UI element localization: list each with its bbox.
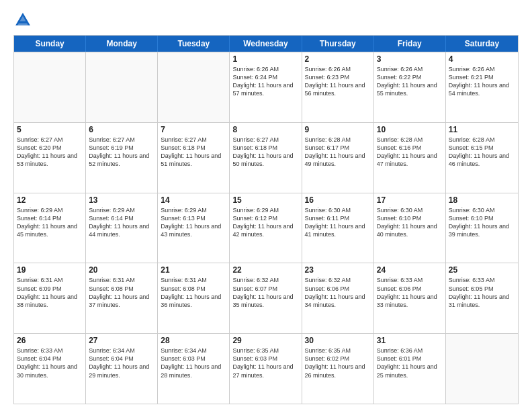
day-info: Sunrise: 6:28 AM Sunset: 6:16 PM Dayligh… [377, 136, 443, 169]
calendar-cell: 30Sunrise: 6:35 AM Sunset: 6:02 PM Dayli… [302, 334, 374, 404]
day-number: 27 [89, 336, 154, 345]
day-number: 20 [89, 265, 154, 275]
day-number: 23 [305, 265, 371, 275]
day-number: 9 [305, 125, 371, 134]
day-info: Sunrise: 6:34 AM Sunset: 6:03 PM Dayligh… [161, 347, 226, 379]
day-number: 16 [305, 195, 371, 205]
header [13, 11, 519, 30]
weekday-header-friday: Friday [374, 36, 446, 52]
day-info: Sunrise: 6:27 AM Sunset: 6:19 PM Dayligh… [89, 136, 154, 169]
calendar-cell: 23Sunrise: 6:32 AM Sunset: 6:06 PM Dayli… [302, 263, 374, 333]
page: SundayMondayTuesdayWednesdayThursdayFrid… [0, 0, 532, 411]
calendar-week-4: 19Sunrise: 6:31 AM Sunset: 6:09 PM Dayli… [14, 263, 518, 333]
day-number: 29 [232, 336, 298, 345]
day-info: Sunrise: 6:26 AM Sunset: 6:23 PM Dayligh… [305, 65, 371, 98]
day-info: Sunrise: 6:26 AM Sunset: 6:21 PM Dayligh… [449, 65, 515, 98]
weekday-header-saturday: Saturday [446, 36, 518, 52]
day-info: Sunrise: 6:29 AM Sunset: 6:12 PM Dayligh… [232, 206, 298, 239]
calendar-week-3: 12Sunrise: 6:29 AM Sunset: 6:14 PM Dayli… [14, 193, 518, 263]
day-info: Sunrise: 6:30 AM Sunset: 6:11 PM Dayligh… [305, 206, 371, 239]
calendar-cell: 8Sunrise: 6:27 AM Sunset: 6:18 PM Daylig… [230, 123, 302, 193]
calendar-week-2: 5Sunrise: 6:27 AM Sunset: 6:20 PM Daylig… [14, 122, 518, 193]
calendar-cell: 10Sunrise: 6:28 AM Sunset: 6:16 PM Dayli… [374, 123, 446, 193]
day-number: 21 [161, 265, 226, 275]
calendar-cell: 31Sunrise: 6:36 AM Sunset: 6:01 PM Dayli… [374, 334, 446, 404]
calendar-cell: 29Sunrise: 6:35 AM Sunset: 6:03 PM Dayli… [230, 334, 302, 404]
day-number: 1 [232, 54, 298, 64]
day-info: Sunrise: 6:31 AM Sunset: 6:08 PM Dayligh… [89, 276, 154, 309]
day-info: Sunrise: 6:30 AM Sunset: 6:10 PM Dayligh… [449, 206, 515, 239]
calendar-cell: 4Sunrise: 6:26 AM Sunset: 6:21 PM Daylig… [446, 52, 518, 122]
calendar-cell [86, 52, 158, 122]
day-info: Sunrise: 6:27 AM Sunset: 6:20 PM Dayligh… [17, 136, 83, 169]
calendar-cell: 28Sunrise: 6:34 AM Sunset: 6:03 PM Dayli… [158, 334, 230, 404]
day-number: 30 [305, 336, 371, 345]
day-number: 19 [17, 265, 83, 275]
day-number: 13 [89, 195, 154, 205]
day-number: 12 [17, 195, 83, 205]
weekday-header-tuesday: Tuesday [158, 36, 230, 52]
day-info: Sunrise: 6:32 AM Sunset: 6:06 PM Dayligh… [305, 276, 371, 309]
day-info: Sunrise: 6:27 AM Sunset: 6:18 PM Dayligh… [161, 136, 226, 169]
day-info: Sunrise: 6:29 AM Sunset: 6:14 PM Dayligh… [17, 206, 83, 239]
day-info: Sunrise: 6:30 AM Sunset: 6:10 PM Dayligh… [377, 206, 443, 239]
calendar: SundayMondayTuesdayWednesdayThursdayFrid… [13, 35, 519, 404]
day-number: 18 [449, 195, 515, 205]
day-number: 3 [377, 54, 443, 64]
day-number: 24 [377, 265, 443, 275]
calendar-cell: 15Sunrise: 6:29 AM Sunset: 6:12 PM Dayli… [230, 193, 302, 263]
calendar-cell: 16Sunrise: 6:30 AM Sunset: 6:11 PM Dayli… [302, 193, 374, 263]
calendar-cell: 3Sunrise: 6:26 AM Sunset: 6:22 PM Daylig… [374, 52, 446, 122]
day-info: Sunrise: 6:28 AM Sunset: 6:15 PM Dayligh… [449, 136, 515, 169]
weekday-header-monday: Monday [86, 36, 158, 52]
calendar-cell: 18Sunrise: 6:30 AM Sunset: 6:10 PM Dayli… [446, 193, 518, 263]
calendar-cell: 20Sunrise: 6:31 AM Sunset: 6:08 PM Dayli… [86, 263, 158, 333]
day-info: Sunrise: 6:35 AM Sunset: 6:02 PM Dayligh… [305, 347, 371, 379]
calendar-cell: 6Sunrise: 6:27 AM Sunset: 6:19 PM Daylig… [86, 123, 158, 193]
calendar-cell: 24Sunrise: 6:33 AM Sunset: 6:06 PM Dayli… [374, 263, 446, 333]
day-info: Sunrise: 6:35 AM Sunset: 6:03 PM Dayligh… [232, 347, 298, 379]
logo [13, 11, 35, 30]
calendar-cell [158, 52, 230, 122]
day-number: 15 [232, 195, 298, 205]
day-info: Sunrise: 6:32 AM Sunset: 6:07 PM Dayligh… [232, 276, 298, 309]
calendar-cell: 22Sunrise: 6:32 AM Sunset: 6:07 PM Dayli… [230, 263, 302, 333]
day-number: 2 [305, 54, 371, 64]
day-info: Sunrise: 6:31 AM Sunset: 6:09 PM Dayligh… [17, 276, 83, 309]
weekday-header-wednesday: Wednesday [230, 36, 302, 52]
weekday-header-thursday: Thursday [302, 36, 374, 52]
calendar-cell: 11Sunrise: 6:28 AM Sunset: 6:15 PM Dayli… [446, 123, 518, 193]
day-number: 6 [89, 125, 154, 134]
day-number: 8 [232, 125, 298, 134]
calendar-cell [14, 52, 86, 122]
weekday-header-sunday: Sunday [14, 36, 86, 52]
calendar-cell: 12Sunrise: 6:29 AM Sunset: 6:14 PM Dayli… [14, 193, 86, 263]
calendar-cell: 9Sunrise: 6:28 AM Sunset: 6:17 PM Daylig… [302, 123, 374, 193]
calendar-cell: 14Sunrise: 6:29 AM Sunset: 6:13 PM Dayli… [158, 193, 230, 263]
day-info: Sunrise: 6:29 AM Sunset: 6:13 PM Dayligh… [161, 206, 226, 239]
day-number: 7 [161, 125, 226, 134]
calendar-week-5: 26Sunrise: 6:33 AM Sunset: 6:04 PM Dayli… [14, 333, 518, 404]
calendar-cell: 2Sunrise: 6:26 AM Sunset: 6:23 PM Daylig… [302, 52, 374, 122]
day-number: 28 [161, 336, 226, 345]
calendar-cell: 5Sunrise: 6:27 AM Sunset: 6:20 PM Daylig… [14, 123, 86, 193]
calendar-cell: 17Sunrise: 6:30 AM Sunset: 6:10 PM Dayli… [374, 193, 446, 263]
day-info: Sunrise: 6:31 AM Sunset: 6:08 PM Dayligh… [161, 276, 226, 309]
day-info: Sunrise: 6:29 AM Sunset: 6:14 PM Dayligh… [89, 206, 154, 239]
day-info: Sunrise: 6:33 AM Sunset: 6:04 PM Dayligh… [17, 347, 83, 379]
calendar-body: 1Sunrise: 6:26 AM Sunset: 6:24 PM Daylig… [14, 52, 518, 404]
calendar-week-1: 1Sunrise: 6:26 AM Sunset: 6:24 PM Daylig… [14, 52, 518, 122]
calendar-cell: 1Sunrise: 6:26 AM Sunset: 6:24 PM Daylig… [230, 52, 302, 122]
day-number: 17 [377, 195, 443, 205]
calendar-cell: 25Sunrise: 6:33 AM Sunset: 6:05 PM Dayli… [446, 263, 518, 333]
day-number: 11 [449, 125, 515, 134]
calendar-cell: 26Sunrise: 6:33 AM Sunset: 6:04 PM Dayli… [14, 334, 86, 404]
svg-rect-2 [19, 21, 27, 24]
day-number: 31 [377, 336, 443, 345]
calendar-cell: 19Sunrise: 6:31 AM Sunset: 6:09 PM Dayli… [14, 263, 86, 333]
logo-icon [13, 11, 32, 30]
calendar-header: SundayMondayTuesdayWednesdayThursdayFrid… [14, 36, 518, 52]
day-info: Sunrise: 6:36 AM Sunset: 6:01 PM Dayligh… [377, 347, 443, 379]
day-info: Sunrise: 6:27 AM Sunset: 6:18 PM Dayligh… [232, 136, 298, 169]
day-info: Sunrise: 6:26 AM Sunset: 6:22 PM Dayligh… [377, 65, 443, 98]
